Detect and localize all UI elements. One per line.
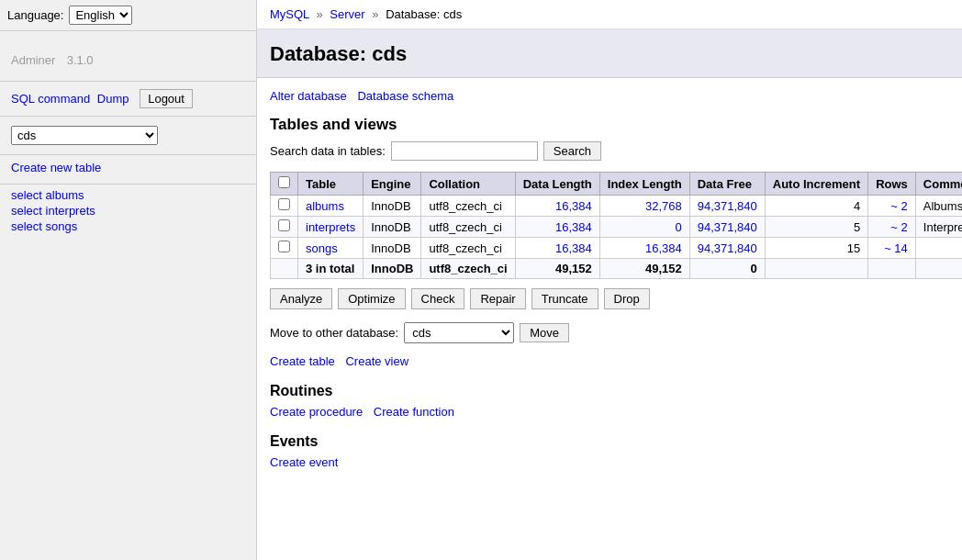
total-data-free: 0 [689, 259, 765, 279]
language-label: Language: [7, 8, 63, 22]
albums-engine: InnoDB [364, 196, 421, 217]
interprets-rows[interactable]: ~ 2 [890, 220, 907, 234]
create-event-link[interactable]: Create event [270, 455, 338, 469]
col-engine: Engine [364, 173, 421, 196]
total-engine: InnoDB [364, 259, 421, 279]
brand-version: 3.1.0 [67, 53, 94, 67]
table-row: albums InnoDB utf8_czech_ci 16,384 32,76… [271, 196, 963, 217]
select-albums-link[interactable]: select [11, 188, 42, 202]
interprets-table-link[interactable]: interprets [306, 220, 355, 234]
col-data-free: Data Free [689, 173, 765, 196]
check-button[interactable]: Check [411, 288, 465, 309]
col-collation: Collation [421, 173, 515, 196]
interprets-data-free[interactable]: 94,371,840 [698, 220, 757, 234]
breadcrumb-current: Database: cds [386, 7, 462, 21]
songs-comment [915, 238, 962, 259]
albums-rows[interactable]: ~ 2 [890, 199, 907, 213]
albums-data-length[interactable]: 16,384 [555, 199, 592, 213]
songs-data-length[interactable]: 16,384 [555, 241, 592, 255]
select-songs-link[interactable]: select [11, 219, 42, 233]
brand-name: Adminer [11, 53, 55, 67]
optimize-button[interactable]: Optimize [338, 288, 405, 309]
albums-collation: utf8_czech_ci [421, 196, 515, 217]
alter-database-link[interactable]: Alter database [270, 89, 347, 103]
select-all-checkbox[interactable] [278, 176, 290, 188]
col-table: Table [298, 173, 364, 196]
routines-heading: Routines [270, 383, 962, 399]
songs-collation: utf8_czech_ci [421, 238, 515, 259]
table-bottom-links: Create table Create view [270, 354, 962, 368]
col-data-length: Data Length [515, 173, 599, 196]
breadcrumb-mysql[interactable]: MySQL [270, 7, 309, 21]
row-checkbox-interprets[interactable] [278, 219, 290, 231]
col-rows: Rows [868, 173, 916, 196]
analyze-button[interactable]: Analyze [270, 288, 332, 309]
language-select[interactable]: English [69, 6, 132, 25]
list-item: select songs [11, 219, 245, 233]
breadcrumb-server[interactable]: Server [330, 7, 364, 21]
move-label: Move to other database: [270, 326, 398, 340]
songs-link[interactable]: songs [46, 219, 78, 233]
interprets-auto-increment: 5 [765, 217, 867, 238]
albums-index-length[interactable]: 32,768 [645, 199, 682, 213]
table-list: select albums select interprets select s… [0, 184, 256, 246]
albums-comment: Albums [915, 196, 962, 217]
truncate-button[interactable]: Truncate [531, 288, 598, 309]
table-row: songs InnoDB utf8_czech_ci 16,384 16,384… [271, 238, 963, 259]
move-db-select[interactable]: cds [404, 322, 514, 343]
events-heading: Events [270, 433, 962, 450]
breadcrumb: MySQL » Server » Database: cds [257, 0, 962, 29]
create-table-link-bottom[interactable]: Create table [270, 354, 335, 368]
search-button[interactable]: Search [543, 141, 601, 161]
list-item: select interprets [11, 204, 245, 218]
move-bar: Move to other database: cds Move [270, 322, 962, 343]
interprets-link[interactable]: interprets [46, 204, 95, 218]
database-schema-link[interactable]: Database schema [357, 89, 453, 103]
create-view-link[interactable]: Create view [345, 354, 408, 368]
row-checkbox-songs[interactable] [278, 241, 290, 252]
interprets-collation: utf8_czech_ci [421, 217, 515, 238]
songs-auto-increment: 15 [765, 238, 867, 259]
search-bar: Search data in tables: Search [270, 141, 962, 161]
total-label: 3 in total [298, 259, 364, 279]
albums-link[interactable]: albums [46, 188, 84, 202]
row-checkbox-albums[interactable] [278, 198, 290, 210]
interprets-index-length[interactable]: 0 [675, 220, 681, 234]
col-comment: Comment [915, 173, 962, 196]
repair-button[interactable]: Repair [470, 288, 525, 309]
songs-table-link[interactable]: songs [306, 241, 338, 255]
col-index-length: Index Length [599, 173, 689, 196]
dump-link[interactable]: Dump [97, 92, 129, 106]
albums-data-free[interactable]: 94,371,840 [698, 199, 757, 213]
action-buttons: Analyze Optimize Check Repair Truncate D… [270, 288, 962, 309]
table-row: interprets InnoDB utf8_czech_ci 16,384 0… [271, 217, 963, 238]
breadcrumb-sep2: » [372, 7, 378, 21]
select-interprets-link[interactable]: select [11, 204, 42, 218]
move-button[interactable]: Move [520, 323, 569, 342]
total-collation: utf8_czech_ci [421, 259, 515, 279]
search-label: Search data in tables: [270, 144, 386, 158]
logout-button[interactable]: Logout [140, 89, 193, 108]
database-select[interactable]: cds [11, 126, 158, 145]
create-function-link[interactable]: Create function [374, 405, 454, 419]
col-auto-increment: Auto Increment [765, 173, 867, 196]
search-input[interactable] [391, 141, 538, 161]
create-new-table-link[interactable]: Create new table [11, 161, 101, 174]
breadcrumb-sep1: » [316, 7, 322, 21]
drop-button[interactable]: Drop [604, 288, 650, 309]
routines-section: Routines Create procedure Create functio… [270, 383, 962, 419]
table-total-row: 3 in total InnoDB utf8_czech_ci 49,152 4… [271, 259, 963, 279]
db-action-links: Alter database Database schema [270, 89, 962, 103]
songs-rows[interactable]: ~ 14 [884, 241, 908, 255]
albums-table-link[interactable]: albums [306, 199, 344, 213]
total-data-length: 49,152 [515, 259, 599, 279]
sql-command-link[interactable]: SQL command [11, 92, 90, 106]
page-title: Database: cds [270, 42, 962, 66]
interprets-data-length[interactable]: 16,384 [555, 220, 592, 234]
songs-index-length[interactable]: 16,384 [645, 241, 682, 255]
tables-heading: Tables and views [270, 116, 962, 134]
tables-section: Tables and views Search data in tables: … [270, 116, 962, 368]
songs-data-free[interactable]: 94,371,840 [698, 241, 757, 255]
create-procedure-link[interactable]: Create procedure [270, 405, 363, 419]
list-item: select albums [11, 188, 245, 202]
